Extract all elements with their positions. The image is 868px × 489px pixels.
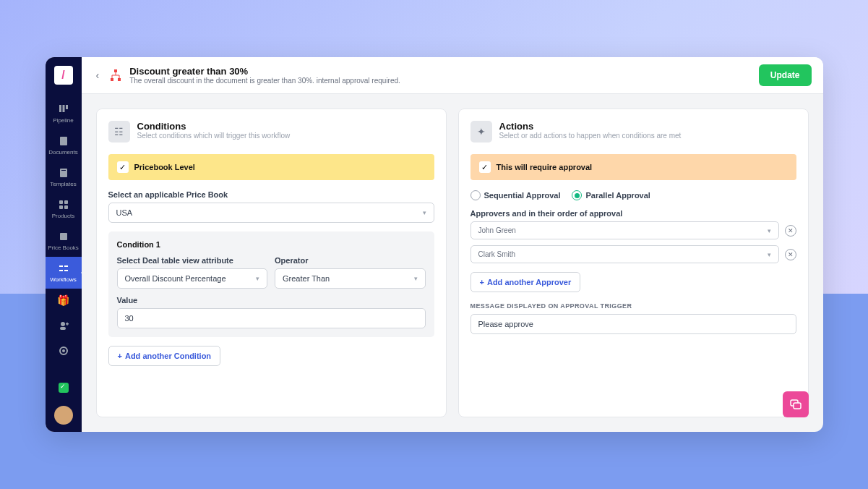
sidebar-item-documents[interactable]: Documents <box>46 129 82 161</box>
svg-rect-5 <box>61 170 66 171</box>
sidebar-item-security[interactable] <box>46 376 82 401</box>
sidebar-item-workflows[interactable]: Workflows <box>46 257 82 289</box>
page-title: Discount greater than 30% <box>129 66 752 77</box>
chat-icon <box>789 398 802 411</box>
chat-button[interactable] <box>783 391 809 417</box>
sidebar-item-label: Documents <box>48 149 77 156</box>
add-approver-button[interactable]: +Add another Approver <box>470 272 581 292</box>
sidebar-item-templates[interactable]: Templates <box>46 161 82 193</box>
plus-icon: + <box>480 278 484 286</box>
svg-rect-1 <box>62 105 64 112</box>
content-area: ☷ Conditions Select conditions which wil… <box>82 94 823 432</box>
conditions-header: ☷ Conditions Select conditions which wil… <box>108 121 434 143</box>
header: ‹ Discount greater than 30% The overall … <box>82 57 823 94</box>
pricebook-level-label: Pricebook Level <box>134 163 195 171</box>
operator-select[interactable]: Greater Than ▾ <box>275 268 426 289</box>
sidebar: / Pipeline Documents Templates Products … <box>46 57 82 432</box>
svg-rect-23 <box>118 78 121 81</box>
pricebook-select[interactable]: USA ▾ <box>108 203 434 223</box>
approval-banner: ✓ This will require approval <box>470 154 796 180</box>
svg-rect-25 <box>794 403 801 409</box>
svg-rect-6 <box>59 200 63 204</box>
sidebar-item-add-user[interactable] <box>46 314 82 339</box>
actions-title: Actions <box>499 121 682 132</box>
workflow-tree-icon <box>109 69 122 82</box>
actions-subtitle: Select or add actions to happen when con… <box>499 132 682 140</box>
sidebar-item-gift[interactable]: 🎁 <box>46 289 82 314</box>
sidebar-item-label: Products <box>52 213 75 219</box>
app-window: / Pipeline Documents Templates Products … <box>46 57 823 432</box>
header-text: Discount greater than 30% The overall di… <box>129 66 752 85</box>
sequential-radio[interactable]: Sequential Approval <box>470 190 561 200</box>
attribute-select[interactable]: Overall Discount Percentage ▾ <box>117 268 268 289</box>
svg-rect-11 <box>59 265 63 267</box>
conditions-panel: ☷ Conditions Select conditions which wil… <box>96 109 447 417</box>
value-input[interactable] <box>117 308 426 328</box>
approvers-label: Approvers and in their order of approval <box>470 209 796 218</box>
update-button[interactable]: Update <box>759 64 812 86</box>
chevron-down-icon: ▾ <box>768 227 771 234</box>
list-icon: ☷ <box>108 121 130 143</box>
message-section-label: MESSAGE DISPLAYED ON APPROVAL TRIGGER <box>470 302 796 310</box>
sidebar-item-products[interactable]: Products <box>46 193 82 225</box>
pricebook-level-checkbox[interactable]: ✓ <box>117 161 129 173</box>
sidebar-item-pricebooks[interactable]: Price Books <box>46 225 82 257</box>
actions-panel: ✦ Actions Select or add actions to happe… <box>458 109 809 417</box>
pricebook-level-banner: ✓ Pricebook Level <box>108 154 434 180</box>
workflows-icon <box>58 263 69 274</box>
approval-checkbox[interactable]: ✓ <box>479 161 491 173</box>
pipeline-icon <box>58 103 69 115</box>
approver-2-select[interactable]: Clark Smith ▾ <box>470 245 779 263</box>
svg-rect-13 <box>59 270 63 271</box>
pricebook-value: USA <box>116 208 133 217</box>
chevron-down-icon: ▾ <box>423 209 426 216</box>
svg-rect-4 <box>60 169 67 177</box>
add-user-icon <box>58 320 69 331</box>
svg-point-20 <box>62 349 65 352</box>
remove-approver-2-button[interactable]: ✕ <box>785 249 796 260</box>
svg-rect-2 <box>66 105 68 109</box>
sidebar-item-label: Price Books <box>48 244 79 251</box>
add-approver-label: Add another Approver <box>487 278 571 286</box>
attribute-label: Select Deal table view attribute <box>117 256 268 265</box>
svg-rect-3 <box>60 137 67 145</box>
approver-1-select[interactable]: John Green ▾ <box>470 221 779 239</box>
approval-banner-label: This will require approval <box>497 163 593 171</box>
chevron-down-icon: ▾ <box>256 275 259 282</box>
pricebooks-icon <box>58 231 69 242</box>
operator-label: Operator <box>275 256 426 265</box>
approver-row-1: John Green ▾ ✕ <box>470 221 796 239</box>
svg-rect-9 <box>64 205 68 209</box>
shield-icon <box>58 382 69 394</box>
actions-header: ✦ Actions Select or add actions to happe… <box>470 121 796 143</box>
attribute-value: Overall Discount Percentage <box>125 274 226 283</box>
gear-icon <box>58 345 69 357</box>
sidebar-item-pipeline[interactable]: Pipeline <box>46 98 82 129</box>
svg-point-15 <box>61 322 65 326</box>
logo[interactable]: / <box>54 66 73 85</box>
message-input[interactable] <box>470 314 796 334</box>
sidebar-item-label: Pipeline <box>53 117 73 124</box>
avatar[interactable] <box>54 406 73 425</box>
sidebar-item-label: Workflows <box>50 276 77 283</box>
wand-icon: ✦ <box>470 121 492 143</box>
svg-rect-8 <box>59 205 63 209</box>
chevron-down-icon: ▾ <box>414 275 418 282</box>
approver-row-2: Clark Smith ▾ ✕ <box>470 245 796 263</box>
remove-approver-1-button[interactable]: ✕ <box>785 225 796 237</box>
svg-rect-14 <box>64 270 68 271</box>
parallel-label: Parallel Approval <box>585 191 650 200</box>
sidebar-item-label: Templates <box>50 181 76 187</box>
chevron-down-icon: ▾ <box>768 251 771 258</box>
conditions-subtitle: Select conditions which will trigger thi… <box>137 132 291 140</box>
gift-icon: 🎁 <box>58 294 69 306</box>
back-button[interactable]: ‹ <box>93 68 103 82</box>
add-condition-button[interactable]: +Add another Condition <box>108 346 221 366</box>
sidebar-item-settings[interactable] <box>46 339 82 365</box>
page-subtitle: The overall discount in the document is … <box>129 77 752 85</box>
svg-rect-12 <box>64 265 68 267</box>
svg-rect-18 <box>66 323 68 326</box>
svg-rect-0 <box>59 105 61 112</box>
pricebook-field-label: Select an applicable Price Book <box>108 190 434 199</box>
parallel-radio[interactable]: Parallel Approval <box>572 190 650 200</box>
